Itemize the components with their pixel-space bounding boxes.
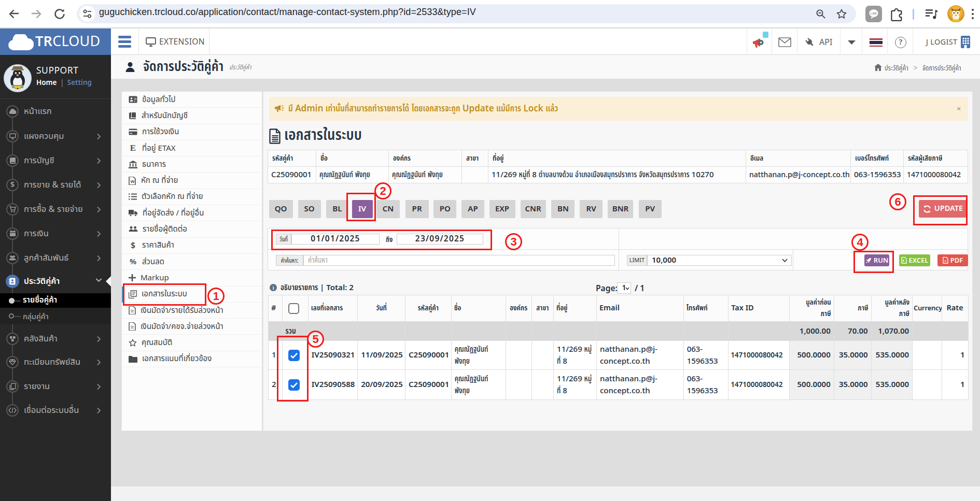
svg-text:LINE: LINE [871, 12, 877, 15]
svg-text:i: i [273, 285, 274, 291]
svg-text:P: P [944, 260, 946, 263]
svg-text:W: W [131, 179, 135, 184]
